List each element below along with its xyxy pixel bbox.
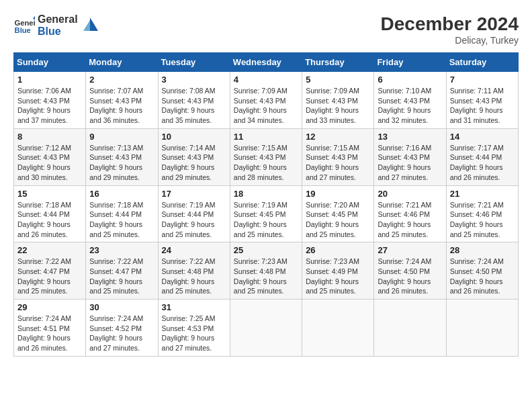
day-detail: Sunrise: 7:24 AM Sunset: 4:50 PM Dayligh… [450,257,515,296]
calendar-cell: 7 Sunrise: 7:11 AM Sunset: 4:43 PM Dayli… [446,72,518,129]
day-detail: Sunrise: 7:21 AM Sunset: 4:46 PM Dayligh… [378,200,442,240]
day-detail: Sunrise: 7:19 AM Sunset: 4:44 PM Dayligh… [162,200,226,240]
calendar-cell: 21 Sunrise: 7:21 AM Sunset: 4:46 PM Dayl… [446,185,518,242]
calendar-cell: 28 Sunrise: 7:24 AM Sunset: 4:50 PM Dayl… [446,242,518,300]
calendar-cell: 1 Sunrise: 7:06 AM Sunset: 4:43 PM Dayli… [14,72,86,129]
logo-sail-icon [81,16,99,35]
day-number: 20 [378,189,442,199]
calendar-week-row: 1 Sunrise: 7:06 AM Sunset: 4:43 PM Dayli… [14,72,519,129]
svg-text:Blue: Blue [15,26,31,34]
day-detail: Sunrise: 7:18 AM Sunset: 4:44 PM Dayligh… [17,200,82,240]
day-number: 7 [450,75,515,85]
logo-blue: Blue [38,26,78,38]
day-detail: Sunrise: 7:14 AM Sunset: 4:43 PM Dayligh… [162,143,226,183]
day-detail: Sunrise: 7:22 AM Sunset: 4:48 PM Dayligh… [162,257,226,296]
calendar-cell: 6 Sunrise: 7:10 AM Sunset: 4:43 PM Dayli… [374,72,446,129]
calendar-header-wednesday: Wednesday [230,53,302,72]
calendar-cell: 11 Sunrise: 7:15 AM Sunset: 4:43 PM Dayl… [230,128,302,185]
day-detail: Sunrise: 7:08 AM Sunset: 4:43 PM Dayligh… [162,86,226,126]
calendar-cell [374,300,446,357]
day-detail: Sunrise: 7:24 AM Sunset: 4:50 PM Dayligh… [378,257,442,296]
calendar-week-row: 29 Sunrise: 7:24 AM Sunset: 4:51 PM Dayl… [14,300,519,357]
day-detail: Sunrise: 7:23 AM Sunset: 4:48 PM Dayligh… [234,257,298,296]
calendar-header-thursday: Thursday [302,53,374,72]
location-subtitle: Delicay, Turkey [381,35,519,46]
calendar-cell: 30 Sunrise: 7:24 AM Sunset: 4:52 PM Dayl… [86,300,158,357]
day-detail: Sunrise: 7:23 AM Sunset: 4:49 PM Dayligh… [306,257,370,296]
calendar-cell: 31 Sunrise: 7:25 AM Sunset: 4:53 PM Dayl… [158,300,230,357]
page-header: General Blue General Blue December 2024 … [13,13,519,46]
day-detail: Sunrise: 7:11 AM Sunset: 4:43 PM Dayligh… [450,86,515,126]
calendar-cell: 29 Sunrise: 7:24 AM Sunset: 4:51 PM Dayl… [14,300,86,357]
calendar-cell: 20 Sunrise: 7:21 AM Sunset: 4:46 PM Dayl… [374,185,446,242]
day-number: 31 [162,302,226,312]
calendar-cell: 15 Sunrise: 7:18 AM Sunset: 4:44 PM Dayl… [14,185,86,242]
day-number: 23 [89,245,154,255]
day-number: 3 [162,75,226,85]
calendar-week-row: 15 Sunrise: 7:18 AM Sunset: 4:44 PM Dayl… [14,185,519,242]
calendar-week-row: 22 Sunrise: 7:22 AM Sunset: 4:47 PM Dayl… [14,242,519,300]
calendar-cell: 24 Sunrise: 7:22 AM Sunset: 4:48 PM Dayl… [158,242,230,300]
day-detail: Sunrise: 7:18 AM Sunset: 4:44 PM Dayligh… [89,200,154,240]
calendar-cell: 14 Sunrise: 7:17 AM Sunset: 4:44 PM Dayl… [446,128,518,185]
day-detail: Sunrise: 7:19 AM Sunset: 4:45 PM Dayligh… [234,200,298,240]
title-block: December 2024 Delicay, Turkey [381,13,519,46]
calendar-cell: 19 Sunrise: 7:20 AM Sunset: 4:45 PM Dayl… [302,185,374,242]
day-detail: Sunrise: 7:17 AM Sunset: 4:44 PM Dayligh… [450,143,515,183]
day-detail: Sunrise: 7:24 AM Sunset: 4:52 PM Dayligh… [89,314,154,353]
svg-marker-4 [90,17,98,31]
day-number: 5 [306,75,370,85]
calendar-cell: 12 Sunrise: 7:15 AM Sunset: 4:43 PM Dayl… [302,128,374,185]
calendar-table: SundayMondayTuesdayWednesdayThursdayFrid… [13,52,519,357]
day-number: 21 [450,189,515,199]
logo-icon: General Blue [13,15,35,36]
calendar-cell: 17 Sunrise: 7:19 AM Sunset: 4:44 PM Dayl… [158,185,230,242]
day-detail: Sunrise: 7:13 AM Sunset: 4:43 PM Dayligh… [89,143,154,183]
calendar-cell: 5 Sunrise: 7:09 AM Sunset: 4:43 PM Dayli… [302,72,374,129]
day-detail: Sunrise: 7:12 AM Sunset: 4:43 PM Dayligh… [17,143,82,183]
day-number: 4 [234,75,298,85]
day-number: 8 [17,132,82,142]
calendar-week-row: 8 Sunrise: 7:12 AM Sunset: 4:43 PM Dayli… [14,128,519,185]
calendar-header-row: SundayMondayTuesdayWednesdayThursdayFrid… [14,53,519,72]
day-number: 11 [234,132,298,142]
day-detail: Sunrise: 7:06 AM Sunset: 4:43 PM Dayligh… [17,86,82,126]
logo-general: General [38,13,78,26]
calendar-cell: 2 Sunrise: 7:07 AM Sunset: 4:43 PM Dayli… [86,72,158,129]
svg-text:General: General [15,19,35,27]
calendar-cell [230,300,302,357]
day-number: 26 [306,245,370,255]
day-number: 9 [89,132,154,142]
calendar-cell: 4 Sunrise: 7:09 AM Sunset: 4:43 PM Dayli… [230,72,302,129]
calendar-header-monday: Monday [86,53,158,72]
calendar-header-sunday: Sunday [14,53,86,72]
calendar-cell: 27 Sunrise: 7:24 AM Sunset: 4:50 PM Dayl… [374,242,446,300]
month-year-title: December 2024 [381,13,519,35]
calendar-cell: 22 Sunrise: 7:22 AM Sunset: 4:47 PM Dayl… [14,242,86,300]
calendar-cell: 10 Sunrise: 7:14 AM Sunset: 4:43 PM Dayl… [158,128,230,185]
logo: General Blue General Blue [13,13,99,37]
calendar-cell: 8 Sunrise: 7:12 AM Sunset: 4:43 PM Dayli… [14,128,86,185]
calendar-header-tuesday: Tuesday [158,53,230,72]
calendar-cell: 18 Sunrise: 7:19 AM Sunset: 4:45 PM Dayl… [230,185,302,242]
calendar-cell: 25 Sunrise: 7:23 AM Sunset: 4:48 PM Dayl… [230,242,302,300]
calendar-cell: 3 Sunrise: 7:08 AM Sunset: 4:43 PM Dayli… [158,72,230,129]
day-detail: Sunrise: 7:09 AM Sunset: 4:43 PM Dayligh… [234,86,298,126]
day-number: 12 [306,132,370,142]
calendar-cell [302,300,374,357]
day-number: 25 [234,245,298,255]
calendar-cell: 13 Sunrise: 7:16 AM Sunset: 4:43 PM Dayl… [374,128,446,185]
day-detail: Sunrise: 7:25 AM Sunset: 4:53 PM Dayligh… [162,314,226,353]
day-detail: Sunrise: 7:09 AM Sunset: 4:43 PM Dayligh… [306,86,370,126]
svg-marker-5 [83,20,90,31]
day-number: 16 [89,189,154,199]
day-number: 24 [162,245,226,255]
day-number: 28 [450,245,515,255]
day-number: 6 [378,75,442,85]
day-number: 22 [17,245,82,255]
calendar-cell: 9 Sunrise: 7:13 AM Sunset: 4:43 PM Dayli… [86,128,158,185]
day-number: 14 [450,132,515,142]
calendar-cell [446,300,518,357]
day-number: 19 [306,189,370,199]
calendar-cell: 26 Sunrise: 7:23 AM Sunset: 4:49 PM Dayl… [302,242,374,300]
